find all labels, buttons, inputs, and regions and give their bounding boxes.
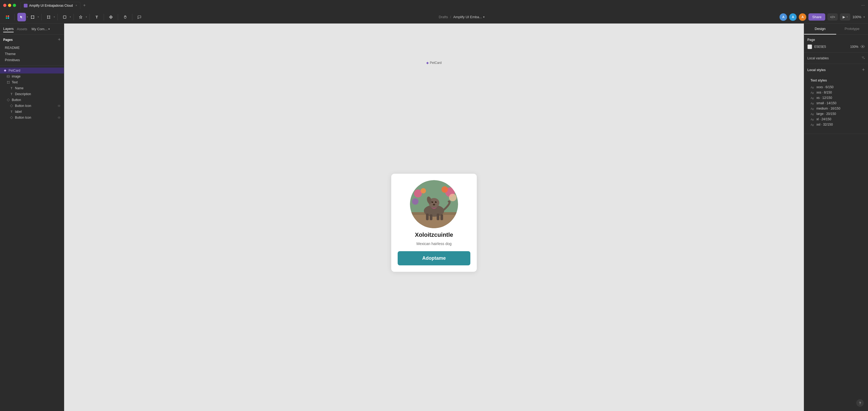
ts-label-medium: medium · 16/150 bbox=[816, 107, 840, 110]
project-name[interactable]: Amplify UI Emba... ▾ bbox=[453, 15, 485, 19]
svg-rect-31 bbox=[437, 214, 439, 220]
toolbar: ▾ ▾ ▾ ▾ bbox=[0, 11, 868, 24]
tool-group-comment bbox=[135, 13, 144, 21]
ts-label-xs: xs · 12/150 bbox=[816, 96, 832, 100]
shape-tool-button[interactable] bbox=[60, 13, 69, 21]
local-variables-row: Local variables bbox=[807, 56, 865, 60]
ts-item-xl[interactable]: Ag xl · 24/150 bbox=[810, 117, 862, 122]
tab-assets[interactable]: Assets bbox=[17, 26, 27, 32]
toolbar-separator-6 bbox=[104, 14, 104, 20]
tab-layers[interactable]: Layers bbox=[3, 26, 13, 32]
close-traffic-light[interactable] bbox=[3, 4, 6, 7]
page-color-opacity[interactable]: 100% bbox=[850, 45, 858, 49]
ts-item-xxxs[interactable]: Ag xxxs · 6/150 bbox=[810, 85, 862, 90]
toolbar-center: Drafts / Amplify UI Emba... ▾ bbox=[145, 15, 778, 19]
ts-label-xl: xl · 24/150 bbox=[816, 117, 831, 121]
page-item-theme[interactable]: Theme bbox=[3, 51, 61, 57]
project-name-text: Amplify UI Emba... bbox=[453, 15, 482, 19]
main-area: Layers Assets My Com... ▾ Pages + README… bbox=[0, 24, 868, 411]
zoom-level-button[interactable]: 100% bbox=[852, 15, 861, 19]
layer-text-frame-label: Text bbox=[12, 81, 18, 84]
add-style-button[interactable]: + bbox=[862, 67, 865, 73]
toolbar-separator-8 bbox=[132, 14, 132, 20]
canvas-label-text: PetCard bbox=[430, 61, 441, 65]
component-icon-button bbox=[6, 98, 10, 102]
page-color-hex[interactable]: E5E5E5 bbox=[814, 45, 848, 49]
code-button[interactable]: </> bbox=[827, 13, 838, 21]
svg-rect-2 bbox=[6, 18, 7, 19]
image-icon bbox=[6, 74, 10, 78]
my-components-button[interactable]: My Com... ▾ bbox=[30, 26, 51, 32]
more-options-button[interactable]: ··· bbox=[861, 3, 865, 8]
tab-close-button[interactable]: × bbox=[75, 4, 77, 7]
ts-ag-xxxs: Ag bbox=[810, 86, 814, 89]
tool-group-select: ▾ ▾ bbox=[18, 13, 39, 21]
hand-tool-button[interactable] bbox=[121, 13, 129, 21]
svg-point-38 bbox=[432, 201, 433, 202]
layer-name[interactable]: T Name bbox=[0, 85, 64, 91]
ts-label-small: small · 14/150 bbox=[816, 101, 836, 105]
text-styles-title: Text styles bbox=[810, 78, 862, 82]
page-color-swatch[interactable] bbox=[807, 44, 812, 49]
page-item-primitives[interactable]: Primitives bbox=[3, 57, 61, 63]
help-button[interactable]: ? bbox=[856, 399, 864, 407]
local-styles-section: Local styles + Text styles Ag xxxs · 6/1… bbox=[804, 64, 868, 134]
layer-button[interactable]: Button bbox=[0, 97, 64, 103]
pen-tool-arrow: ▾ bbox=[86, 16, 87, 18]
svg-rect-1 bbox=[8, 15, 9, 17]
new-tab-button[interactable]: + bbox=[82, 3, 87, 8]
toolbar-separator-2 bbox=[41, 14, 42, 20]
page-item-readme[interactable]: README bbox=[3, 44, 61, 51]
scale-tool-button[interactable] bbox=[28, 13, 37, 21]
avatar-1: A bbox=[779, 13, 787, 21]
svg-rect-0 bbox=[6, 15, 7, 17]
play-button[interactable]: ▶ ▾ bbox=[840, 13, 850, 21]
breadcrumb-drafts[interactable]: Drafts bbox=[439, 15, 448, 19]
page-visibility-button[interactable] bbox=[861, 44, 865, 49]
move-tool-button[interactable] bbox=[18, 13, 26, 21]
svg-rect-7 bbox=[31, 18, 32, 19]
layer-label[interactable]: T label bbox=[0, 109, 64, 115]
zoom-dropdown-icon: ▾ bbox=[864, 15, 865, 19]
add-page-button[interactable]: + bbox=[58, 37, 61, 42]
figma-menu-button[interactable] bbox=[3, 13, 12, 21]
component-tool-button[interactable] bbox=[106, 13, 115, 21]
svg-rect-13 bbox=[63, 16, 66, 19]
ts-item-xxl[interactable]: Ag xxl · 32/150 bbox=[810, 122, 862, 127]
layers-section: PetCard image bbox=[0, 65, 64, 411]
layer-description[interactable]: T Description bbox=[0, 91, 64, 97]
layer-text-frame[interactable]: Text bbox=[0, 80, 64, 85]
tab-design[interactable]: Design bbox=[804, 24, 836, 34]
active-tab[interactable]: Amplify UI Embajadoras Cloud × bbox=[20, 2, 81, 9]
layer-image[interactable]: image bbox=[0, 73, 64, 80]
titlebar: Amplify UI Embajadoras Cloud × + ··· bbox=[0, 0, 868, 11]
layer-button-icon-1[interactable]: Button Icon bbox=[0, 103, 64, 109]
adopt-button[interactable]: Adoptame bbox=[398, 251, 470, 265]
ts-item-xxs[interactable]: Ag xxs · 8/150 bbox=[810, 90, 862, 95]
ts-item-xs[interactable]: Ag xs · 12/150 bbox=[810, 95, 862, 100]
layer-button-icon-2[interactable]: Button Icon bbox=[0, 115, 64, 121]
local-variables-sort-icon[interactable] bbox=[861, 56, 865, 60]
pen-tool-button[interactable] bbox=[76, 13, 85, 21]
text-tool-button[interactable]: T bbox=[92, 13, 101, 21]
maximize-traffic-light[interactable] bbox=[13, 4, 16, 7]
layer-button-label: Button bbox=[12, 98, 21, 102]
ts-label-large: large · 20/150 bbox=[816, 112, 836, 116]
comment-tool-button[interactable] bbox=[135, 13, 144, 21]
ts-item-large[interactable]: Ag large · 20/150 bbox=[810, 111, 862, 117]
component-icon-button-icon-1 bbox=[10, 104, 13, 108]
sidebar-tabs: Layers Assets My Com... ▾ bbox=[0, 24, 64, 35]
tab-prototype[interactable]: Prototype bbox=[836, 24, 868, 34]
toolbar-separator-7 bbox=[118, 14, 118, 20]
ts-item-medium[interactable]: Ag medium · 16/150 bbox=[810, 106, 862, 111]
pages-title: Pages bbox=[3, 38, 12, 42]
text-icon-label: T bbox=[10, 110, 13, 114]
canvas-label-diamond-icon: ◆ bbox=[426, 61, 429, 65]
svg-point-41 bbox=[862, 46, 864, 47]
frame-tool-button[interactable] bbox=[44, 13, 53, 21]
layer-petcard[interactable]: PetCard bbox=[0, 68, 64, 73]
svg-rect-8 bbox=[33, 18, 34, 19]
share-button[interactable]: Share bbox=[808, 13, 825, 21]
minimize-traffic-light[interactable] bbox=[8, 4, 11, 7]
ts-item-small[interactable]: Ag small · 14/150 bbox=[810, 100, 862, 106]
